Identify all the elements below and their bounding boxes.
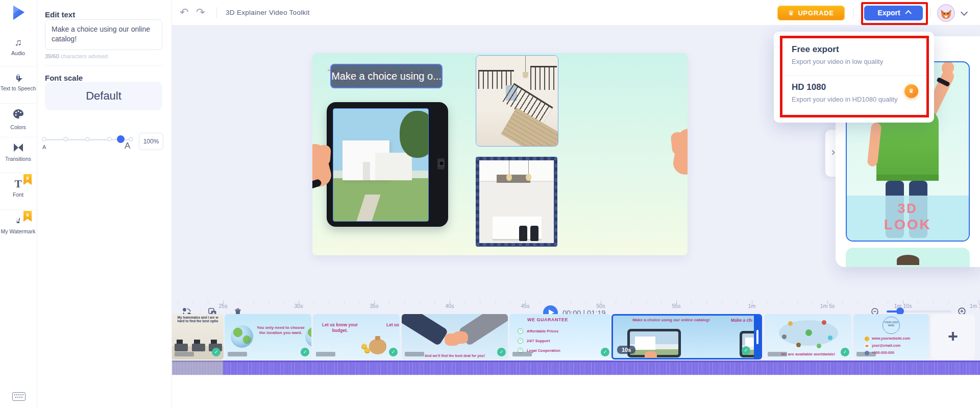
- watermark-chip: [856, 352, 876, 356]
- keyboard-shortcuts-icon[interactable]: [12, 392, 26, 401]
- scene-clip-guarantee[interactable]: WE GUARANTEE ✓ Affordable Prices ✓ 24/7 …: [509, 314, 610, 360]
- ruler-label: 1m 5s: [816, 303, 839, 309]
- divider: [45, 65, 162, 66]
- ruler-label: 40s: [438, 303, 461, 309]
- contact-email: your@email.com: [872, 344, 900, 347]
- audio-segment-main[interactable]: [223, 361, 980, 375]
- right-hand-graphic: [672, 127, 688, 177]
- logo-placeholder: YOUR LOGO HERE: [883, 317, 900, 334]
- video-preview-canvas[interactable]: Type your text Make a choice using o...: [312, 53, 688, 255]
- scene-clip-handshake[interactable]: And we'll find the best deal for you! ✓: [402, 314, 508, 360]
- crown-icon: ♛: [788, 9, 794, 17]
- website-icon: [865, 337, 869, 341]
- text-input[interactable]: Make a choice using our online catalog!: [45, 19, 162, 50]
- sidebar-item-label: Font: [0, 191, 36, 198]
- chevron-up-icon: [905, 10, 912, 17]
- ruler-label: 45s: [514, 303, 536, 309]
- watermark-chip: [228, 352, 247, 356]
- font-scale-title: Font scale: [45, 74, 83, 82]
- guarantee-item: Affordable Prices: [527, 329, 558, 333]
- handshake-graphic: [402, 314, 449, 346]
- audio-waveform-track[interactable]: [172, 361, 980, 375]
- clip-duration-badge: 10s: [617, 346, 635, 354]
- scene-strip: My teammates and I are w hard to find th…: [172, 314, 980, 360]
- scale-min-label: A: [42, 144, 46, 150]
- sidebar-item-audio[interactable]: ♫ Audio: [0, 32, 36, 66]
- slider-stop-dot[interactable]: [42, 137, 46, 141]
- scene-clip-catalog-selected[interactable]: Make a choice using our online catalog! …: [611, 314, 762, 360]
- check-circle-icon: ✓: [518, 338, 523, 344]
- scene-check-icon: ✓: [601, 348, 609, 356]
- kitchen-image-selected[interactable]: [476, 157, 557, 247]
- export-dropdown-menu: Free export Export your video in low qua…: [774, 32, 934, 123]
- clip-trim-handle[interactable]: [754, 316, 761, 358]
- text-to-speech-icon: T: [16, 72, 19, 83]
- slider-stop-dot[interactable]: [107, 137, 112, 141]
- clip-caption: You only need to choose the location you…: [255, 325, 306, 336]
- add-scene-button[interactable]: +: [931, 314, 975, 360]
- tablet-camera-icon: [437, 158, 445, 170]
- clip-caption-repeat: Make a choice using our online catalog!: [731, 318, 752, 323]
- scene-clip-contact[interactable]: YOUR LOGO HERE www.yourwebsite.com M you…: [853, 314, 929, 360]
- sidebar-item-font[interactable]: ♛ T Font: [0, 173, 36, 209]
- tablet-screen-image: [333, 108, 429, 222]
- sidebar-item-text-to-speech[interactable]: T Text to Speech: [0, 66, 36, 103]
- ruler-label: 50s: [590, 303, 612, 309]
- sidebar-item-my-watermark[interactable]: ♛ A My Watermark: [0, 209, 36, 248]
- sidebar-item-transitions[interactable]: Transitions: [0, 137, 36, 173]
- account-menu-chevron-icon[interactable]: [961, 9, 968, 16]
- staircase-image[interactable]: [476, 55, 558, 147]
- scene-check-icon: ✓: [497, 348, 506, 356]
- character-hint: characters advised: [59, 53, 108, 59]
- export-option-description: Export your video in low quality: [792, 58, 930, 65]
- font-scale-slider-thumb[interactable]: [117, 135, 125, 143]
- trim-grip[interactable]: [756, 330, 758, 344]
- style-card-next[interactable]: [846, 248, 970, 267]
- sidebar-item-colors[interactable]: Colors: [0, 103, 36, 137]
- scene-clip-budget[interactable]: Let us know your budget. Let us know you…: [313, 314, 400, 360]
- scene-clip-worldwide[interactable]: We are available worldwide! ✓: [765, 314, 851, 360]
- redo-icon[interactable]: ↷: [196, 5, 205, 19]
- clip-caption: Let us know your budget.: [317, 322, 363, 333]
- app-logo-icon[interactable]: [7, 4, 30, 22]
- watermark-chip: [405, 352, 424, 356]
- scene-check-icon: ✓: [841, 348, 849, 356]
- scale-max-label: A: [125, 141, 130, 151]
- app-window: ♫ Audio T Text to Speech Colors Transiti…: [0, 0, 980, 407]
- slider-stop-dot[interactable]: [85, 137, 90, 141]
- slider-stop-dot[interactable]: [63, 137, 68, 141]
- export-button[interactable]: Export: [864, 6, 923, 20]
- scale-percent-input[interactable]: 100%: [139, 133, 163, 150]
- audio-segment-muted[interactable]: [172, 361, 223, 375]
- export-option-free[interactable]: Free export Export your video in low qua…: [782, 44, 930, 65]
- text-overlay-element[interactable]: Make a choice using o...: [330, 64, 443, 88]
- divider: [782, 75, 926, 76]
- premium-crown-badge-icon: ♛: [23, 211, 32, 222]
- ruler-label: 30s: [287, 303, 310, 309]
- icon-sidebar: ♫ Audio T Text to Speech Colors Transiti…: [0, 0, 37, 407]
- scene-check-icon: ✓: [301, 348, 309, 356]
- undo-icon[interactable]: ↶: [180, 5, 189, 19]
- watermark-chip: [175, 352, 194, 356]
- ruler-label: 55s: [665, 303, 688, 309]
- annotation-box-export-options: Free export Export your video in low qua…: [780, 36, 929, 117]
- top-bar: ↶ ↷ 3D Explainer Video Toolkit ♛UPGRADE …: [172, 0, 980, 25]
- clip-caption: Make a choice using our online catalog!: [620, 318, 722, 323]
- check-circle-icon: ✓: [518, 328, 523, 334]
- user-avatar[interactable]: [938, 5, 954, 21]
- sidebar-item-label: Text to Speech: [0, 85, 36, 92]
- tablet-graphic[interactable]: [327, 102, 448, 227]
- font-scale-default-button[interactable]: Default: [45, 82, 162, 110]
- upgrade-button[interactable]: ♛UPGRADE: [777, 6, 845, 20]
- annotation-box-export: Export: [861, 2, 928, 25]
- ruler-label: 1m 10s: [892, 303, 914, 309]
- project-title: 3D Explainer Video Toolkit: [226, 0, 310, 25]
- scene-clip-office[interactable]: My teammates and I are w hard to find th…: [172, 314, 224, 360]
- character-counter: 39/60 characters advised: [45, 53, 108, 59]
- sidebar-item-label: Transitions: [0, 156, 36, 162]
- scene-check-icon: ✓: [742, 346, 750, 355]
- edit-text-panel: Edit text Make a choice using our online…: [37, 0, 172, 407]
- scene-clip-location[interactable]: You only need to choose the location you…: [225, 314, 311, 360]
- character-count: 39/60: [45, 53, 59, 59]
- email-icon: M: [865, 344, 869, 348]
